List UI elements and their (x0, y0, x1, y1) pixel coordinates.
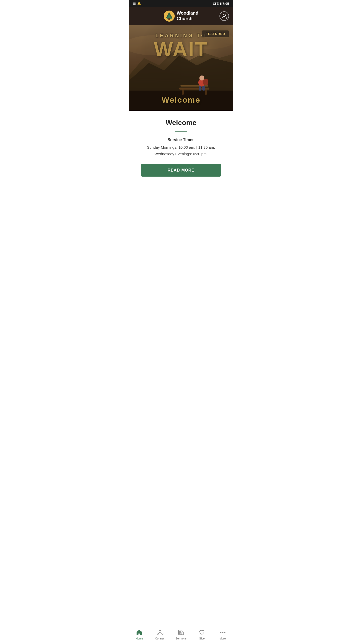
svg-rect-18 (203, 79, 208, 85)
profile-button[interactable] (219, 11, 229, 21)
svg-point-4 (223, 14, 225, 17)
status-bar: ▦ 🔔 LTE ▮ 7:05 (129, 0, 233, 7)
tree-logo-icon (164, 11, 175, 22)
profile-icon (221, 13, 227, 19)
read-more-button[interactable]: READ MORE (141, 164, 221, 177)
status-right: LTE ▮ 7:05 (213, 2, 229, 6)
battery-icon: ▮ (220, 2, 221, 6)
svg-rect-14 (205, 90, 207, 95)
featured-badge: FEATURED (202, 30, 229, 37)
welcome-title: Welcome (134, 119, 228, 127)
svg-rect-20 (202, 86, 205, 91)
service-times-text: Sunday Mornings: 10:00 am. | 11:30 am. W… (134, 144, 228, 157)
svg-rect-3 (168, 18, 170, 20)
hero-banner[interactable]: LEARNING TO WAIT Welcome FEATURED (129, 25, 233, 111)
svg-rect-13 (182, 90, 184, 95)
notification-icon: 🔔 (137, 2, 141, 5)
svg-rect-19 (199, 86, 201, 91)
hero-welcome-overlay: Welcome (129, 95, 233, 105)
main-container: ▦ 🔔 LTE ▮ 7:05 Woodland Church (129, 0, 233, 204)
lte-indicator: LTE (213, 2, 219, 6)
time-display: 7:05 (222, 2, 229, 6)
title-divider (175, 131, 187, 132)
service-times-heading: Service Times (134, 138, 228, 142)
sim-icon: ▦ (133, 2, 136, 5)
status-left: ▦ 🔔 (133, 2, 141, 5)
hero-wait-text: WAIT (129, 40, 233, 58)
app-header: Woodland Church (129, 7, 233, 25)
content-section: Welcome Service Times Sunday Mornings: 1… (129, 111, 233, 184)
app-logo: Woodland Church (164, 11, 199, 22)
app-name: Woodland Church (177, 11, 199, 21)
